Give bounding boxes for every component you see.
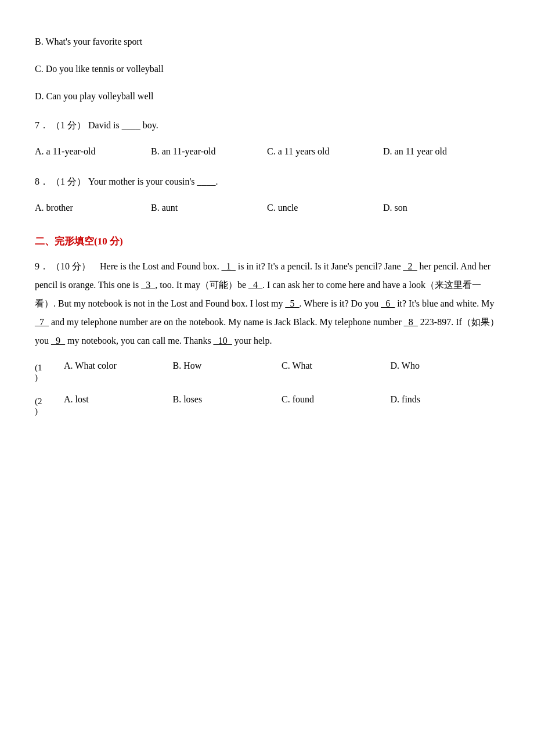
option-b-label: B. — [35, 37, 44, 46]
q7-opt-a-text: a 11-year-old — [46, 146, 96, 156]
q8-options: A. brother B. aunt C. uncle D. son — [35, 199, 499, 217]
q7-opt-c-label: C. — [267, 146, 276, 156]
cloze-2-opt-a: A. lost — [64, 394, 173, 405]
option-c-label: C. — [35, 64, 44, 74]
cloze-opts-2: A. lost B. loses C. found D. finds — [64, 394, 499, 405]
cloze-1-opt-d: D. Who — [391, 361, 500, 371]
q7-opt-b-label: B. — [151, 146, 160, 156]
q8-option-a: A. brother — [35, 199, 151, 217]
q8-text: Your mother is your cousin's ____. — [88, 177, 218, 186]
q8-opt-d-label: D. — [383, 203, 392, 213]
q9-number: 9． — [35, 261, 49, 271]
cloze-2-opt-b: B. loses — [173, 394, 282, 405]
q8-opt-c-text: uncle — [278, 203, 298, 213]
q7-header: 7． （1 分） David is ____ boy. — [35, 117, 499, 134]
q8-option-d: D. son — [383, 199, 499, 217]
q7-opt-d-text: an 11 year old — [395, 146, 447, 156]
q9-passage: Here is the Lost and Found box. _1_ is i… — [35, 261, 499, 345]
cloze-1-b-label: B. — [173, 361, 182, 370]
cloze-2-c-text: found — [293, 394, 314, 404]
cloze-1-c-label: C. — [282, 361, 290, 370]
question-8: 8． （1 分） Your mother is your cousin's __… — [35, 174, 499, 217]
question-7: 7． （1 分） David is ____ boy. A. a 11-year… — [35, 117, 499, 161]
cloze-1-c-text: What — [292, 361, 312, 370]
cloze-1-opt-a: A. What color — [64, 361, 173, 371]
option-d-row: D. Can you play volleyball well — [35, 88, 499, 105]
cloze-2-b-text: loses — [183, 394, 202, 404]
q8-points: （1 分） — [51, 177, 86, 186]
cloze-2-opt-c: C. found — [282, 394, 391, 405]
q7-option-d: D. an 11 year old — [383, 142, 499, 161]
option-c-row: C. Do you like tennis or volleyball — [35, 61, 499, 78]
q8-opt-c-label: C. — [267, 203, 276, 213]
cloze-1-opt-b: B. How — [173, 361, 282, 371]
cloze-2-a-text: lost — [75, 394, 89, 404]
cloze-1-a-text: What color — [75, 361, 117, 370]
q7-option-b: B. an 11-year-old — [151, 142, 267, 161]
cloze-2-d-label: D. — [391, 394, 400, 404]
q9-passage-block: 9． （10 分） Here is the Lost and Found box… — [35, 257, 499, 350]
q8-opt-b-text: aunt — [162, 203, 178, 213]
cloze-1-b-text: How — [183, 361, 201, 370]
q8-header: 8． （1 分） Your mother is your cousin's __… — [35, 174, 499, 190]
option-b-row: B. What's your favorite sport — [35, 34, 499, 51]
cloze-2-b-label: B. — [173, 394, 182, 404]
q9-points: （10 分） — [51, 261, 98, 271]
q7-options: A. a 11-year-old B. an 11-year-old C. a … — [35, 142, 499, 161]
cloze-1-opt-c: C. What — [282, 361, 391, 371]
question-9: 9． （10 分） Here is the Lost and Found box… — [35, 257, 499, 416]
cloze-opts-1: A. What color B. How C. What D. Who — [64, 361, 499, 371]
cloze-2-opt-d: D. finds — [391, 394, 500, 405]
q8-number: 8． — [35, 177, 49, 186]
cloze-1-a-label: A. — [64, 361, 73, 370]
cloze-num-1: (1) — [35, 361, 64, 383]
q7-option-c: C. a 11 years old — [267, 142, 383, 161]
q7-opt-a-label: A. — [35, 146, 44, 156]
cloze-2-a-label: A. — [64, 394, 73, 404]
option-c-text: Do you like tennis or volleyball — [46, 64, 164, 74]
q7-points: （1 分） — [51, 120, 86, 130]
section2-title: 二、完形填空(10 分) — [35, 235, 499, 248]
option-d-label: D. — [35, 91, 44, 101]
q7-option-a: A. a 11-year-old — [35, 142, 151, 161]
q8-opt-a-text: brother — [46, 203, 73, 213]
cloze-row-2: (2) A. lost B. loses C. found D. finds — [35, 394, 499, 416]
cloze-2-c-label: C. — [282, 394, 290, 404]
q7-opt-b-text: an 11-year-old — [162, 146, 216, 156]
q8-opt-d-text: son — [395, 203, 407, 213]
cloze-2-d-text: finds — [402, 394, 420, 404]
q7-opt-c-text: a 11 years old — [278, 146, 330, 156]
q7-number: 7． — [35, 120, 49, 130]
q7-text: David is ____ boy. — [88, 120, 158, 130]
cloze-1-d-text: Who — [402, 361, 420, 370]
q8-opt-a-label: A. — [35, 203, 44, 213]
cloze-num-2: (2) — [35, 394, 64, 416]
option-b-text: What's your favorite sport — [45, 37, 142, 46]
q8-option-b: B. aunt — [151, 199, 267, 217]
q7-opt-d-label: D. — [383, 146, 392, 156]
q8-opt-b-label: B. — [151, 203, 160, 213]
q8-option-c: C. uncle — [267, 199, 383, 217]
cloze-1-d-label: D. — [391, 361, 400, 370]
option-d-text: Can you play volleyball well — [46, 91, 154, 101]
cloze-row-1: (1) A. What color B. How C. What D. Who — [35, 361, 499, 383]
